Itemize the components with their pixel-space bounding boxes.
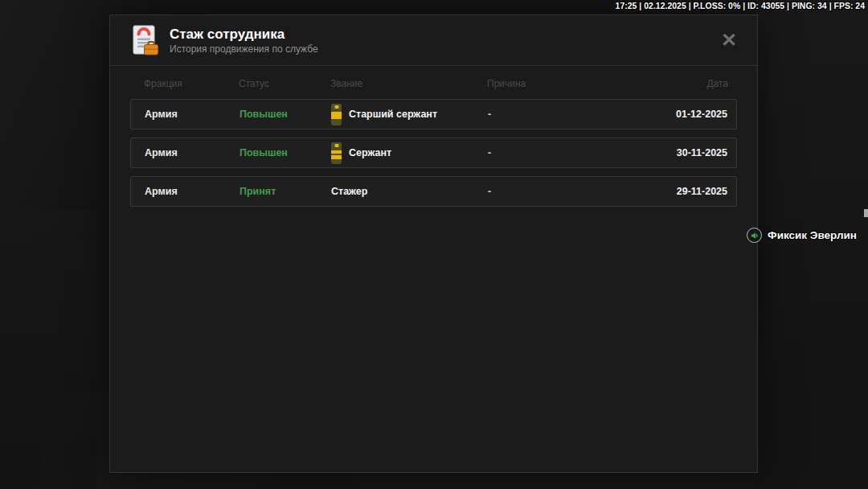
row-faction: Армия [145,186,240,197]
row-status: Повышен [240,147,331,158]
row-rank: Старший сержант [331,104,488,125]
row-date: 01-12-2025 [660,109,727,120]
modal-title: Стаж сотрудника [170,26,719,43]
screen-edge-tick [864,209,868,217]
row-rank-label: Старший сержант [349,109,437,120]
column-header-reason: Причина [487,78,659,89]
service-history-modal: Стаж сотрудника История продвижения по с… [109,14,758,473]
table-row[interactable]: Армия Принят Стажер - 29-11-2025 [130,176,737,207]
history-rows: Армия Повышен Старший сержант - 01-12-20… [130,99,737,207]
history-table: Фракция Статус Звание Причина Дата Армия… [110,66,757,207]
modal-titles: Стаж сотрудника История продвижения по с… [170,26,719,55]
column-header-date: Дата [659,78,728,89]
row-status: Повышен [240,109,331,120]
row-rank-label: Стажер [331,186,367,197]
row-status: Принят [240,186,331,197]
voice-indicator: Фиксик Эверлин [747,228,857,243]
row-reason: - [488,186,660,197]
rank-epaulette-icon [331,104,342,125]
row-reason: - [488,109,660,120]
row-faction: Армия [145,109,240,120]
table-row[interactable]: Армия Повышен Сержант - 30-11-2025 [130,138,737,168]
column-header-rank: Звание [330,78,487,89]
table-row[interactable]: Армия Повышен Старший сержант - 01-12-20… [130,99,737,129]
table-header-row: Фракция Статус Звание Причина Дата [130,66,737,99]
column-header-status: Статус [239,78,330,89]
speaker-icon [747,228,762,243]
voice-player-name: Фиксик Эверлин [768,229,857,241]
row-rank: Сержант [331,142,488,164]
row-date: 29-11-2025 [660,186,727,197]
close-icon[interactable]: ✕ [719,30,739,51]
row-reason: - [488,147,660,158]
row-faction: Армия [145,147,240,158]
modal-header: Стаж сотрудника История продвижения по с… [110,15,757,66]
modal-subtitle: История продвижения по службе [170,43,719,55]
row-rank: Стажер [331,186,488,197]
background-art [0,209,96,489]
column-header-faction: Фракция [144,78,239,89]
rank-epaulette-icon [331,142,342,164]
row-rank-label: Сержант [349,147,391,158]
document-briefcase-icon [128,24,160,56]
background-art [755,0,868,489]
hud-status-bar: 17:25 | 02.12.2025 | P.LOSS: 0% | ID: 43… [616,1,865,10]
row-date: 30-11-2025 [660,147,727,158]
